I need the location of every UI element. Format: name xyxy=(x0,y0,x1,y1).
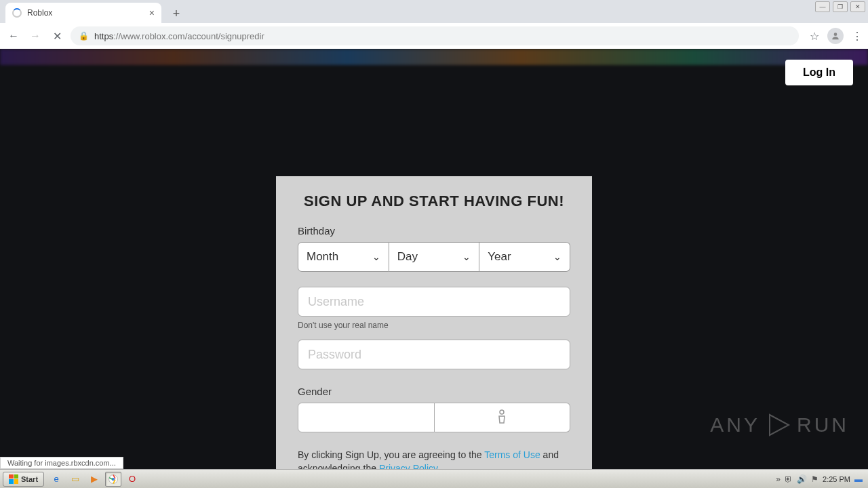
svg-point-0 xyxy=(834,33,837,36)
window-controls: — ❐ ✕ xyxy=(815,1,865,12)
terms-link[interactable]: Terms of Use xyxy=(484,449,540,460)
chevron-down-icon: ⌄ xyxy=(553,251,561,262)
chevron-down-icon: ⌄ xyxy=(372,251,380,262)
password-input[interactable] xyxy=(298,340,570,369)
explorer-icon[interactable]: ▭ xyxy=(67,472,83,487)
birthday-label: Birthday xyxy=(298,225,570,237)
minimize-button[interactable]: — xyxy=(815,1,830,12)
signup-title: SIGN UP AND START HAVING FUN! xyxy=(298,192,570,210)
tray-shield-icon[interactable]: ⛨ xyxy=(785,474,793,484)
month-select[interactable]: Month ⌄ xyxy=(298,242,389,272)
year-select-label: Year xyxy=(488,250,511,264)
start-button[interactable]: Start xyxy=(3,472,44,487)
bookmark-icon[interactable]: ☆ xyxy=(810,30,819,43)
stop-button[interactable]: ✕ xyxy=(49,28,65,44)
forward-button[interactable]: → xyxy=(27,28,43,44)
taskbar: Start e ▭ ▶ O » ⛨ 🔊 ⚑ 2:25 PM ▬ xyxy=(0,469,868,488)
profile-icon[interactable] xyxy=(827,28,844,44)
media-player-icon[interactable]: ▶ xyxy=(86,472,102,487)
address-bar[interactable]: 🔒 https://www.roblox.com/account/signupr… xyxy=(71,26,799,45)
year-select[interactable]: Year ⌄ xyxy=(479,242,570,272)
signup-card: SIGN UP AND START HAVING FUN! Birthday M… xyxy=(276,176,592,469)
opera-icon[interactable]: O xyxy=(124,472,140,487)
new-tab-button[interactable]: + xyxy=(167,4,186,23)
toolbar-right: ☆ ⋮ xyxy=(810,28,863,44)
login-button[interactable]: Log In xyxy=(785,60,853,85)
browser-status-bar: Waiting for images.rbxcdn.com... xyxy=(0,457,123,469)
tray-flag-icon[interactable]: ⚑ xyxy=(811,474,818,484)
tab-bar: Roblox × + xyxy=(0,0,868,23)
close-window-button[interactable]: ✕ xyxy=(850,1,865,12)
gender-female-button[interactable] xyxy=(298,403,435,432)
taskbar-icons: e ▭ ▶ O xyxy=(48,472,140,487)
gender-row xyxy=(298,403,570,432)
windows-logo-icon xyxy=(9,474,18,484)
back-button[interactable]: ← xyxy=(5,28,22,44)
lock-icon: 🔒 xyxy=(79,31,89,41)
maximize-button[interactable]: ❐ xyxy=(833,1,848,12)
loading-spinner-icon xyxy=(12,8,22,18)
tray-desktop-icon[interactable]: ▬ xyxy=(854,474,863,484)
ie-icon[interactable]: e xyxy=(48,472,64,487)
watermark: ANY RUN xyxy=(710,411,849,439)
gender-label: Gender xyxy=(298,386,570,397)
menu-icon[interactable]: ⋮ xyxy=(852,30,863,43)
close-tab-icon[interactable]: × xyxy=(149,7,155,18)
terms-text: By clicking Sign Up, you are agreeing to… xyxy=(298,449,570,469)
privacy-link[interactable]: Privacy Policy xyxy=(379,463,438,469)
tray-expand-icon[interactable]: » xyxy=(776,474,781,484)
system-tray: » ⛨ 🔊 ⚑ 2:25 PM ▬ xyxy=(776,474,865,484)
username-input[interactable] xyxy=(298,287,570,317)
tray-volume-icon[interactable]: 🔊 xyxy=(797,474,807,484)
day-select-label: Day xyxy=(397,250,418,264)
chevron-down-icon: ⌄ xyxy=(462,251,471,262)
month-select-label: Month xyxy=(307,250,338,264)
tab-title: Roblox xyxy=(27,8,52,18)
svg-marker-2 xyxy=(770,415,789,435)
birthday-row: Month ⌄ Day ⌄ Year ⌄ xyxy=(298,242,570,272)
gender-male-button[interactable] xyxy=(435,403,571,432)
browser-tab[interactable]: Roblox × xyxy=(5,3,161,23)
browser-chrome: — ❐ ✕ Roblox × + ← → ✕ 🔒 https://www.rob… xyxy=(0,0,868,49)
clock[interactable]: 2:25 PM xyxy=(823,475,850,483)
page-content: Log In SIGN UP AND START HAVING FUN! Bir… xyxy=(0,49,868,469)
url-text: https://www.roblox.com/account/signupred… xyxy=(94,31,264,41)
username-helper: Don't use your real name xyxy=(298,321,570,330)
day-select[interactable]: Day ⌄ xyxy=(389,242,480,272)
chrome-icon[interactable] xyxy=(105,472,121,487)
male-icon xyxy=(496,408,508,427)
browser-toolbar: ← → ✕ 🔒 https://www.roblox.com/account/s… xyxy=(0,23,868,49)
svg-point-1 xyxy=(500,410,504,414)
hero-banner xyxy=(0,49,868,65)
